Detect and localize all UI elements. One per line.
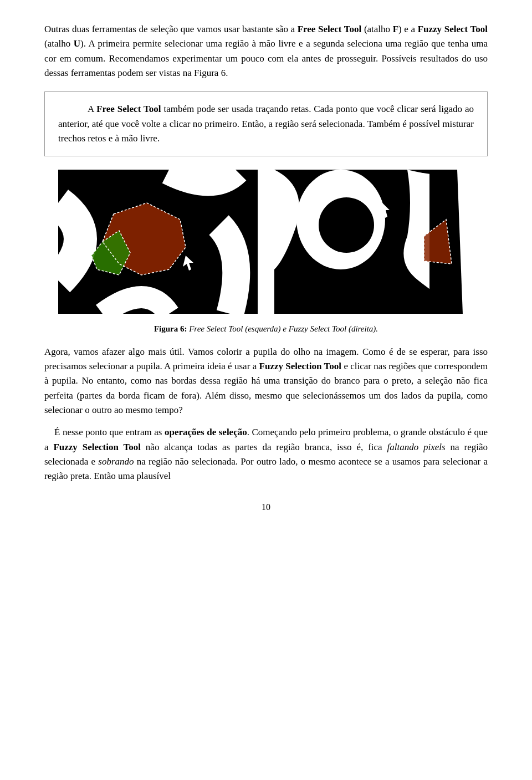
bold-fuzzy-select: Fuzzy Select Tool [418, 24, 488, 34]
figure-desc: Free Select Tool (esquerda) e Fuzzy Sele… [189, 324, 378, 333]
bold-f: F [393, 24, 398, 34]
paragraph-1: Outras duas ferramentas de seleção que v… [44, 22, 488, 80]
figure-images [58, 170, 474, 314]
paragraph-3: É nesse ponto que entram as operações de… [44, 425, 488, 483]
bold-u: U [74, 38, 80, 49]
figure-right-image [274, 170, 474, 314]
figure-caption: Figura 6: Free Select Tool (esquerda) e … [154, 323, 378, 335]
bold-operacoes: operações de seleção [165, 427, 247, 437]
indented-block: A Free Select Tool também pode ser usada… [44, 91, 488, 156]
figure-label: Figura 6: [154, 324, 187, 333]
page-number: 10 [44, 501, 488, 514]
svg-point-9 [319, 197, 374, 253]
figure-6: Figura 6: Free Select Tool (esquerda) e … [44, 170, 488, 335]
bold-fuzzy-selection-tool-3: Fuzzy Selection Tool [53, 442, 141, 452]
figure-left-image [58, 170, 258, 314]
bold-free-select-tool: Free Select Tool [96, 104, 161, 114]
bold-free-select: Free Select Tool [298, 24, 362, 34]
page: Outras duas ferramentas de seleção que v… [0, 0, 532, 780]
italic-sobrando: sobrando [98, 456, 134, 467]
italic-faltando: faltando pixels [387, 442, 446, 452]
indented-paragraph: A Free Select Tool também pode ser usada… [58, 102, 474, 146]
paragraph-2: Agora, vamos afazer algo mais útil. Vamo… [44, 345, 488, 418]
bold-fuzzy-selection-tool-2: Fuzzy Selection Tool [259, 361, 341, 371]
